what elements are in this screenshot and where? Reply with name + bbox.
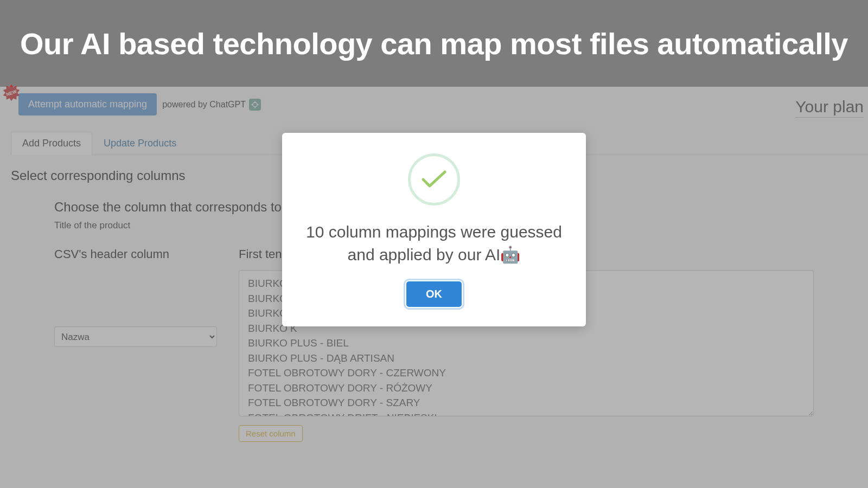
modal-message: 10 column mappings were guessed and appl…: [302, 221, 566, 266]
success-check-icon: [408, 153, 460, 206]
ok-button[interactable]: OK: [406, 281, 462, 307]
hero-banner: Our AI based technology can map most fil…: [0, 0, 868, 87]
success-modal: 10 column mappings were guessed and appl…: [282, 133, 586, 326]
hero-title: Our AI based technology can map most fil…: [20, 26, 848, 61]
